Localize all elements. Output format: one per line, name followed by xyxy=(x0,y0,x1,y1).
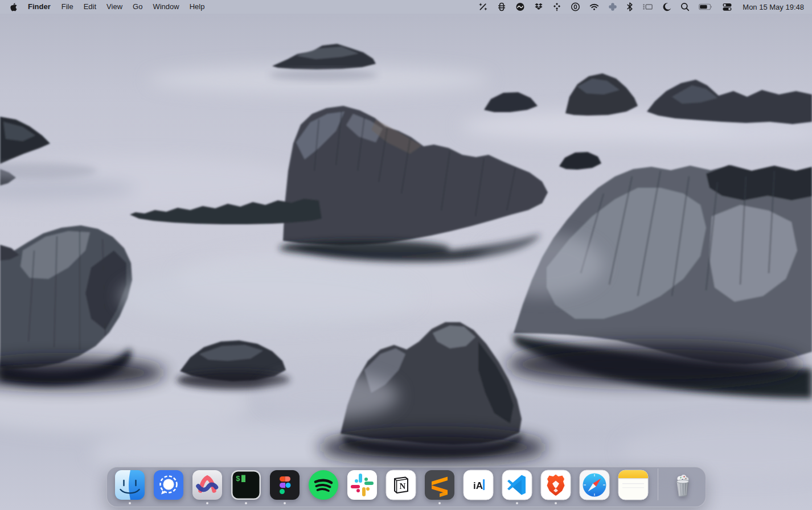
dock-item-terminal[interactable]: $ xyxy=(231,470,261,507)
dropbox-icon[interactable] xyxy=(530,2,548,11)
menu-window[interactable]: Window xyxy=(147,0,184,14)
svg-text:iA: iA xyxy=(473,480,483,491)
bluetooth-icon[interactable] xyxy=(622,2,638,11)
brave-icon xyxy=(540,470,571,500)
menu-bar: Finder File Edit View Go Window Help xyxy=(0,0,812,14)
running-indicator xyxy=(555,502,557,504)
menu-app-name[interactable]: Finder xyxy=(22,0,56,14)
ia-writer-icon: iA xyxy=(463,470,494,500)
dock-item-safari[interactable] xyxy=(579,470,610,507)
dock-item-finder[interactable] xyxy=(114,470,145,507)
svg-text:N: N xyxy=(399,482,405,491)
dock-item-spotify[interactable] xyxy=(308,470,339,507)
menu-file[interactable]: File xyxy=(56,0,79,14)
apple-logo-icon xyxy=(10,3,17,11)
dock-item-vscode[interactable] xyxy=(502,470,532,507)
signal-icon xyxy=(153,470,184,500)
dock-item-ia-writer[interactable]: iA xyxy=(463,470,494,507)
running-indicator xyxy=(516,502,518,504)
pill-lines-icon[interactable] xyxy=(493,2,511,11)
dock-item-signal[interactable] xyxy=(153,470,184,507)
menu-go[interactable]: Go xyxy=(128,0,147,14)
focus-moon-icon[interactable] xyxy=(658,2,676,11)
dock-item-brave[interactable] xyxy=(540,470,571,507)
circled-zero-icon[interactable] xyxy=(566,2,585,11)
figma-icon xyxy=(269,470,300,500)
dock-item-arc[interactable] xyxy=(192,470,223,507)
dock-item-notes[interactable] xyxy=(618,470,649,507)
wallpaper-image xyxy=(0,0,812,510)
plus-cross-icon[interactable] xyxy=(604,2,622,11)
vscode-icon xyxy=(502,470,532,500)
menu-view[interactable]: View xyxy=(101,0,128,14)
running-indicator xyxy=(245,502,247,504)
terminal-icon: $ xyxy=(231,470,261,500)
diamond-cluster-icon[interactable] xyxy=(548,2,566,11)
menu-edit[interactable]: Edit xyxy=(79,0,101,14)
wand-sparkles-icon[interactable] xyxy=(474,2,493,11)
running-indicator xyxy=(284,502,286,504)
apple-menu[interactable] xyxy=(6,3,22,11)
adobe-creative-cloud-icon[interactable] xyxy=(511,2,530,11)
arc-browser-icon xyxy=(192,470,223,500)
control-center-icon[interactable] xyxy=(717,2,737,11)
spotify-icon xyxy=(308,470,339,500)
dock-divider xyxy=(658,468,658,500)
svg-text:$: $ xyxy=(236,475,240,483)
running-indicator xyxy=(206,502,208,504)
dock-item-sublime[interactable] xyxy=(424,470,455,507)
sublime-text-icon xyxy=(424,470,455,500)
notion-icon: N xyxy=(386,470,416,500)
menu-help[interactable]: Help xyxy=(184,0,210,14)
running-indicator xyxy=(129,502,131,504)
menu-bar-status: Mon 15 May 19:48 xyxy=(474,2,806,11)
dock-item-notion[interactable]: N xyxy=(386,470,416,507)
desktop[interactable]: Finder File Edit View Go Window Help xyxy=(0,0,812,510)
finder-icon xyxy=(114,470,145,500)
menu-bar-left: Finder File Edit View Go Window Help xyxy=(6,0,210,14)
battery-icon[interactable] xyxy=(694,2,717,11)
dock: $ xyxy=(106,467,706,507)
dock-item-slack[interactable] xyxy=(347,470,378,507)
trash-full-icon xyxy=(667,470,698,500)
menu-bar-clock[interactable]: Mon 15 May 19:48 xyxy=(737,3,806,11)
safari-icon xyxy=(579,470,610,500)
dock-item-figma[interactable] xyxy=(269,470,300,507)
dock-container: $ xyxy=(0,467,812,507)
running-indicator xyxy=(438,502,441,504)
window-dots-icon[interactable] xyxy=(638,2,658,11)
spotlight-search-icon[interactable] xyxy=(676,2,694,11)
slack-icon xyxy=(347,470,378,500)
notes-icon xyxy=(618,470,649,500)
wifi-icon[interactable] xyxy=(585,2,604,11)
dock-item-trash[interactable] xyxy=(667,470,698,507)
